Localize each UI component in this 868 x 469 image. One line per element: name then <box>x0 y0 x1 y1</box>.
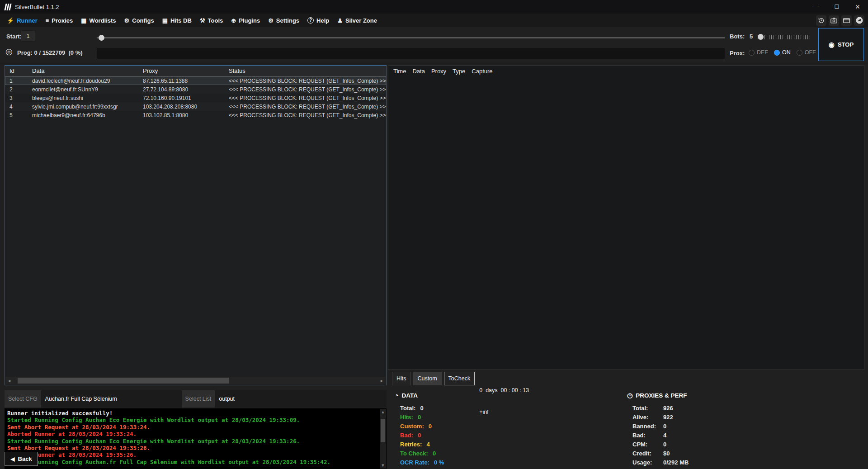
menu-item-settings[interactable]: ⚙Settings <box>264 14 303 27</box>
cell-proxy: 87.126.65.11:1388 <box>138 78 224 84</box>
cell-status: <<< PROCESSING BLOCK: REQUEST (GET_Infos… <box>224 78 386 84</box>
tab-tocheck[interactable]: ToCheck <box>444 372 475 385</box>
menu-item-hits-db[interactable]: ▤Hits DB <box>158 14 196 27</box>
cell-proxy: 72.10.160.90:19101 <box>138 95 224 101</box>
menu-item-silver-zone[interactable]: ♟Silver Zone <box>333 14 381 27</box>
stat-value: 0 <box>433 450 436 457</box>
tab-custom[interactable]: Custom <box>413 372 442 385</box>
menu-item-label: Runner <box>17 17 38 24</box>
scroll-left-icon[interactable]: ◄ <box>5 379 13 383</box>
menu-item-label: Tools <box>208 17 223 24</box>
proxies-icon: ◷ <box>627 392 632 399</box>
log-console: Runner initialized succesfully!Started R… <box>5 408 387 469</box>
minimize-button[interactable]: — <box>806 0 826 14</box>
prog-value: 0 / 1522709 (0 %) <box>34 49 83 56</box>
scroll-right-icon[interactable]: ► <box>378 379 386 383</box>
log-line: Sent Abort Request at 28/03/2024 19:33:2… <box>7 424 377 431</box>
radio-label: OFF <box>805 49 816 56</box>
prox-radio-def[interactable]: DEF <box>749 49 768 56</box>
proxy-stats-header: ◷ PROXIES & PERF <box>627 392 772 399</box>
capture-panel: TimeDataProxyTypeCapture <box>388 65 864 370</box>
screenshot-camera-icon[interactable] <box>829 15 839 26</box>
stat-tocheck: To Check:0 <box>400 449 539 458</box>
menu-item-label: Settings <box>276 17 299 24</box>
proxy-stats-panel: ◷ PROXIES & PERF Total:926Alive:922Banne… <box>627 392 772 467</box>
cell-data: sylvie.jmi.compub@neuf.fr:99xxtsgr <box>28 104 138 110</box>
select-cfg-button[interactable]: Select CFG <box>5 390 41 407</box>
cell-proxy: 103.204.208.208:8080 <box>138 104 224 110</box>
stat-value: 0 <box>429 423 432 430</box>
runner-row[interactable]: 4sylvie.jmi.compub@neuf.fr:99xxtsgr103.2… <box>5 102 386 111</box>
bots-slider[interactable] <box>758 34 810 41</box>
scrollbar-thumb[interactable] <box>18 378 229 384</box>
capture-column-capture[interactable]: Capture <box>472 68 492 75</box>
stat-value: 0 <box>663 423 666 430</box>
menu-item-wordlists[interactable]: ▦Wordlists <box>77 14 120 27</box>
log-scrollbar-track[interactable] <box>380 415 386 462</box>
bots-slider-thumb[interactable] <box>758 34 764 40</box>
stat-label: Bad: <box>632 432 658 439</box>
threads-slider[interactable] <box>97 35 725 41</box>
runner-row[interactable]: 3bleeps@neuf.fr:sushi72.10.160.90:19101<… <box>5 94 386 102</box>
data-stat-items: Total:0Hits:0Custom:0Bad:0Retries:4To Ch… <box>395 403 539 467</box>
log-scrollbar-thumb[interactable] <box>381 419 385 442</box>
column-header-status[interactable]: Status <box>224 67 386 74</box>
menu-item-plugins[interactable]: ⊕Plugins <box>227 14 264 27</box>
prox-radio-off[interactable]: OFF <box>797 49 816 56</box>
hits-db-icon: ▤ <box>162 18 168 24</box>
scroll-up-icon[interactable]: ▲ <box>380 409 386 415</box>
results-tabs: HitsCustomToCheck <box>392 372 475 385</box>
proxies-icon: ≡ <box>46 18 49 24</box>
menu-item-configs[interactable]: ⚙Configs <box>120 14 158 27</box>
stat-label: To Check: <box>400 450 428 457</box>
proxy-stats-title: PROXIES & PERF <box>636 392 687 399</box>
start-label: Start: <box>6 33 22 40</box>
stat-cpm: CPM:0 <box>632 440 772 449</box>
runner-row[interactable]: 1david.leclech@neuf.fr:doudou2987.126.65… <box>5 76 386 85</box>
menu-right-icons <box>816 15 868 26</box>
column-header-data[interactable]: Data <box>28 67 138 74</box>
bots-value: 5 <box>750 33 753 40</box>
stop-button[interactable]: ◉ STOP <box>818 28 864 61</box>
stat-ocrrate: OCR Rate:0 % <box>400 458 539 467</box>
column-header-id[interactable]: Id <box>5 67 28 74</box>
column-header-proxy[interactable]: Proxy <box>138 67 224 74</box>
start-input[interactable] <box>21 30 35 42</box>
window-controls: — ☐ × <box>806 0 868 14</box>
tab-hits[interactable]: Hits <box>392 372 411 385</box>
runner-row[interactable]: 5michaelbaer9@neuf.fr:64796b103.102.85.1… <box>5 111 386 119</box>
stat-retries: Retries:4 <box>400 440 539 449</box>
telegram-icon[interactable] <box>854 15 864 26</box>
menu-item-proxies[interactable]: ≡Proxies <box>42 14 77 27</box>
card-icon[interactable] <box>841 15 852 26</box>
stat-value: 0 <box>420 405 423 412</box>
scroll-down-icon[interactable]: ▼ <box>380 462 386 469</box>
scrollbar-track[interactable] <box>13 377 378 384</box>
prox-radio-on[interactable]: ON <box>774 49 791 56</box>
menu-item-help[interactable]: ?Help <box>303 14 333 27</box>
stat-total: Total:926 <box>632 403 772 412</box>
slider-thumb[interactable] <box>99 35 104 41</box>
cell-proxy: 103.102.85.1:8080 <box>138 112 224 118</box>
maximize-button[interactable]: ☐ <box>826 0 847 14</box>
back-button[interactable]: ◀ Back <box>5 452 38 466</box>
runner-row[interactable]: 2eonmcllet@neuf.fr:SUnnY927.72.104.89:80… <box>5 85 386 94</box>
log-line: Aborted Runner at 28/03/2024 19:33:24. <box>7 431 377 437</box>
close-button[interactable]: × <box>847 0 868 14</box>
stat-bad: Bad:0 <box>400 431 539 440</box>
stat-value: 926 <box>663 405 673 412</box>
cell-data: eonmcllet@neuf.fr:SUnnY9 <box>28 86 138 93</box>
menu-item-tools[interactable]: ⚒Tools <box>196 14 227 27</box>
select-list-button[interactable]: Select List <box>182 390 215 407</box>
capture-column-data[interactable]: Data <box>412 68 425 75</box>
cell-status: <<< PROCESSING BLOCK: REQUEST (GET_Infos… <box>224 86 386 93</box>
capture-column-type[interactable]: Type <box>453 68 465 75</box>
capture-column-proxy[interactable]: Proxy <box>431 68 446 75</box>
tools-icon: ⚒ <box>200 18 205 24</box>
menu-item-runner[interactable]: ⚡Runner <box>3 14 42 27</box>
log-scrollbar[interactable]: ▲ ▼ <box>380 409 386 469</box>
capture-column-time[interactable]: Time <box>393 68 406 75</box>
data-stats-title: DATA <box>401 392 418 399</box>
history-icon[interactable] <box>816 15 826 26</box>
horizontal-scrollbar[interactable]: ◄ ► <box>5 377 386 384</box>
